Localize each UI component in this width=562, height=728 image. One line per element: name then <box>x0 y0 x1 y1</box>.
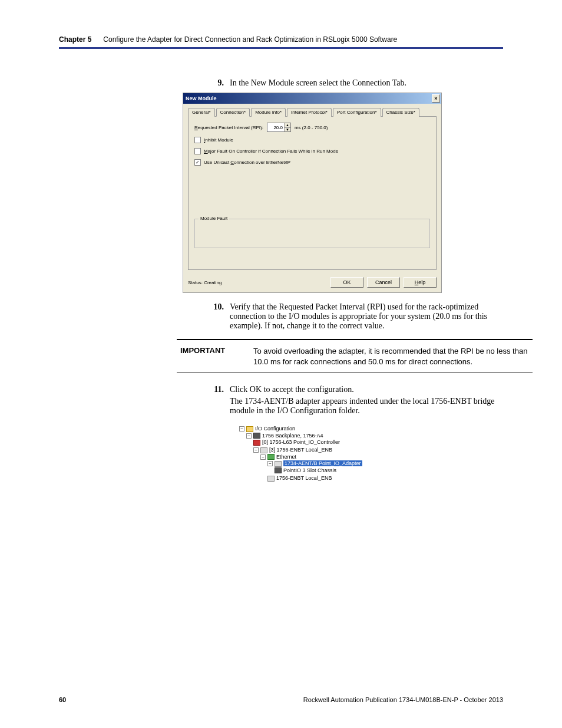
spinner-down-icon[interactable]: ▼ <box>284 128 290 132</box>
important-label: IMPORTANT <box>177 340 253 373</box>
chapter-label: Chapter 5 <box>59 35 91 44</box>
tab-module-info[interactable]: Module Info* <box>251 108 286 117</box>
module-icon <box>275 461 282 467</box>
connection-panel: RRequested Packet Interval (RPI):equeste… <box>188 117 437 270</box>
page-number: 60 <box>59 696 66 703</box>
tree-backplane[interactable]: −1756 Backplane, 1756-A4 [0] 1756-L63 Po… <box>246 432 386 484</box>
tree-aent[interactable]: −1734-AENT/B Point_IO_Adapter PointIO 3 … <box>267 460 386 475</box>
chapter-title: Configure the Adapter for Direct Connect… <box>103 35 397 44</box>
major-fault-label: Major Fault On Controller If Connection … <box>204 149 338 154</box>
dialog-title: New Module <box>186 95 432 101</box>
step-10: 10. Verify that the Requested Packet Int… <box>206 302 503 331</box>
tab-port-config[interactable]: Port Configuration* <box>333 108 381 117</box>
step-11-text-2: The 1734-AENT/B adapter appears indented… <box>230 397 503 416</box>
collapse-icon[interactable]: − <box>246 433 252 439</box>
close-icon[interactable]: × <box>432 94 440 103</box>
tab-chassis-size[interactable]: Chassis Size* <box>382 108 419 117</box>
tab-general[interactable]: General* <box>188 108 215 117</box>
tree-root[interactable]: −I/O Configuration −1756 Backplane, 1756… <box>239 425 386 485</box>
step-11-text-1: Click OK to accept the configuration. <box>230 385 503 394</box>
collapse-icon[interactable]: − <box>260 454 266 460</box>
tree-controller[interactable]: [0] 1756-L63 Point_IO_Controller <box>253 439 386 446</box>
unicast-label: Use Unicast Connection over EtherNet/IP <box>204 160 290 165</box>
chassis-icon <box>275 467 282 473</box>
new-module-dialog: New Module × General* Connection* Module… <box>183 93 442 293</box>
step-10-number: 10. <box>206 302 224 312</box>
page-footer: 60 Rockwell Automation Publication 1734-… <box>59 696 503 703</box>
important-text: To avoid overloading the adapter, it is … <box>253 340 533 373</box>
tree-enbt[interactable]: −[3] 1756-ENBT Local_ENB −Ethernet −1734… <box>253 446 386 483</box>
controller-icon <box>253 440 260 446</box>
module-fault-group: Module Fault <box>194 219 430 248</box>
tree-selected-label: 1734-AENT/B Point_IO_Adapter <box>283 460 362 466</box>
network-icon <box>267 454 275 460</box>
help-button[interactable]: Help <box>404 277 437 288</box>
content-area: 9. In the New Module screen select the C… <box>206 78 503 487</box>
chassis-icon <box>253 433 260 439</box>
dialog-titlebar: New Module × <box>183 93 441 104</box>
step-9-number: 9. <box>206 78 224 88</box>
folder-icon <box>246 426 253 432</box>
important-note: IMPORTANT To avoid overloading the adapt… <box>177 339 533 373</box>
step-11-number: 11. <box>206 385 224 394</box>
publication-id: Rockwell Automation Publication 1734-UM0… <box>303 696 503 703</box>
major-fault-checkbox[interactable] <box>194 148 201 154</box>
header-rule <box>59 47 503 49</box>
tree-enbt-2[interactable]: 1756-ENBT Local_ENB <box>267 475 386 482</box>
page: Chapter 5 Configure the Adapter for Dire… <box>0 0 562 510</box>
running-header: Chapter 5 Configure the Adapter for Dire… <box>59 35 503 44</box>
tree-ethernet[interactable]: −Ethernet −1734-AENT/B Point_IO_Adapter … <box>260 453 386 483</box>
step-11: 11. Click OK to accept the configuration… <box>206 385 503 418</box>
collapse-icon[interactable]: − <box>267 461 273 466</box>
ok-button[interactable]: OK <box>330 277 363 288</box>
step-9: 9. In the New Module screen select the C… <box>206 78 503 88</box>
tab-internet-protocol[interactable]: Internet Protocol* <box>287 108 332 117</box>
collapse-icon[interactable]: − <box>239 426 244 431</box>
step-10-text: Verify that the Requested Packet Interva… <box>230 302 503 331</box>
unicast-checkbox[interactable]: ✓ <box>194 159 201 166</box>
cancel-button[interactable]: Cancel <box>367 277 400 288</box>
spinner-up-icon[interactable]: ▲ <box>284 123 290 128</box>
io-config-tree: −I/O Configuration −1756 Backplane, 1756… <box>230 423 389 487</box>
module-icon <box>260 447 267 453</box>
rpi-label: RRequested Packet Interval (RPI):equeste… <box>194 125 263 130</box>
tab-connection[interactable]: Connection* <box>216 108 250 117</box>
status-text: Status: Creating <box>188 280 327 285</box>
rpi-range: ms (2.0 - 750.0) <box>295 125 328 130</box>
inhibit-checkbox[interactable] <box>194 137 201 143</box>
collapse-icon[interactable]: − <box>253 447 259 453</box>
module-fault-label: Module Fault <box>199 216 229 221</box>
inhibit-label: Inhibit Module <box>204 137 233 143</box>
tab-bar: General* Connection* Module Info* Intern… <box>188 107 437 117</box>
rpi-input[interactable] <box>267 123 284 131</box>
rpi-spinner[interactable]: ▲ ▼ <box>267 123 291 132</box>
tree-pointio-chassis[interactable]: PointIO 3 Slot Chassis <box>275 467 386 475</box>
module-icon <box>267 476 275 482</box>
step-9-text: In the New Module screen select the Conn… <box>230 78 503 88</box>
